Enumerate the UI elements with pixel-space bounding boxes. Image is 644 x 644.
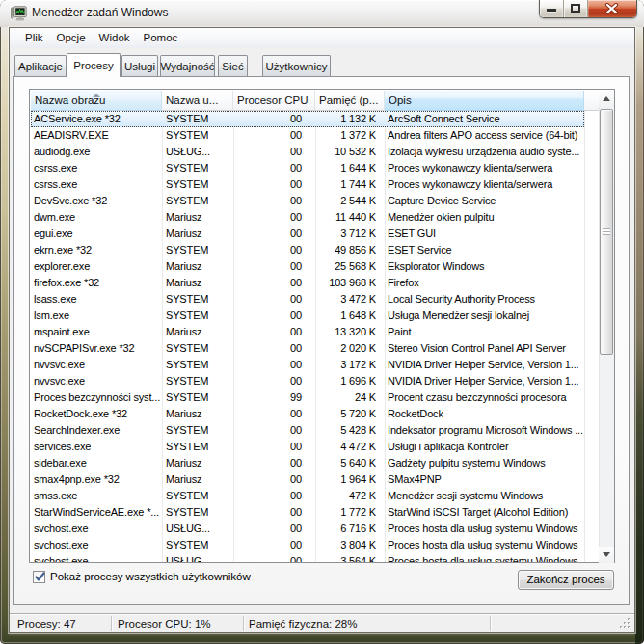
process-cell: 00 <box>233 324 315 340</box>
column-header[interactable]: Nazwa obrazu <box>31 91 162 111</box>
process-cell: 1 132 K <box>315 111 385 127</box>
menu-item-pomoc[interactable]: Pomoc <box>137 28 185 48</box>
column-header[interactable]: Pamięć (p... <box>315 91 385 111</box>
tab-użytkownicy[interactable]: Użytkownicy <box>262 55 331 76</box>
process-row[interactable]: firefox.exe *32Mariusz00103 968 KFirefox <box>31 275 584 291</box>
process-cell: StarWindServiceAE.exe *... <box>31 504 162 521</box>
statusbar-memory: Pamięć fizyczna: 28% <box>249 614 358 633</box>
process-row[interactable]: services.exeSYSTEM004 472 KUsługi i apli… <box>31 439 584 455</box>
process-cell: 3 712 K <box>315 226 385 242</box>
menu-item-opcje[interactable]: Opcje <box>50 28 93 48</box>
process-cell: Eksplorator Windows <box>385 258 584 275</box>
process-row[interactable]: nvvsvc.exeSYSTEM003 172 KNVIDIA Driver H… <box>31 357 584 373</box>
maximize-button[interactable] <box>564 0 588 17</box>
process-cell: 00 <box>233 521 315 537</box>
process-row[interactable]: RocketDock.exe *32Mariusz005 720 KRocket… <box>31 406 584 422</box>
process-row[interactable]: StarWindServiceAE.exe *...SYSTEM001 772 … <box>31 504 584 521</box>
process-row[interactable]: nvvsvc.exeSYSTEM001 696 KNVIDIA Driver H… <box>31 373 584 389</box>
process-cell: Stereo Vision Control Panel API Server <box>385 340 584 357</box>
scroll-up-icon <box>603 96 610 101</box>
process-row[interactable]: lsm.exeSYSTEM001 648 KUsługa Menedżer se… <box>31 308 584 324</box>
process-cell: 00 <box>233 308 315 324</box>
resize-grip-icon[interactable] <box>619 617 631 630</box>
process-cell: nvvsvc.exe <box>31 373 162 389</box>
column-header[interactable]: Procesor CPU <box>233 91 315 111</box>
process-cell: csrss.exe <box>31 176 162 193</box>
process-row[interactable]: DevSvc.exe *32SYSTEM002 544 KCapture Dev… <box>31 193 584 209</box>
process-row[interactable]: audiodg.exeUSŁUG...0010 532 KIzolacja wy… <box>31 144 584 160</box>
process-row[interactable]: ekrn.exe *32SYSTEM0049 856 KESET Service <box>31 242 584 258</box>
process-cell: 00 <box>233 176 315 193</box>
process-cell: 3 472 K <box>315 291 385 308</box>
process-cell: 00 <box>233 340 315 357</box>
process-row[interactable]: svchost.exeUSŁUG...006 716 KProces hosta… <box>31 521 584 537</box>
process-cell: Andrea filters APO access service (64-bi… <box>385 127 584 144</box>
process-cell: sidebar.exe <box>31 455 162 471</box>
show-all-users-checkbox[interactable] <box>33 571 45 583</box>
process-cell: 00 <box>233 258 315 275</box>
tab-procesy[interactable]: Procesy <box>67 53 121 77</box>
process-cell: Firefox <box>385 275 584 291</box>
column-header[interactable]: Nazwa u... <box>162 91 233 111</box>
process-cell: 25 568 K <box>315 258 385 275</box>
scroll-down-icon <box>603 552 610 557</box>
vertical-scrollbar[interactable] <box>599 91 614 563</box>
process-row[interactable]: svchost.exeSYSTEM003 804 KProces hosta d… <box>31 537 584 553</box>
process-row[interactable]: mspaint.exeMariusz0013 320 KPaint <box>31 324 584 340</box>
process-cell: 49 856 K <box>315 242 385 258</box>
scrollbar-thumb[interactable] <box>600 109 613 355</box>
process-row[interactable]: AEADISRV.EXESYSTEM001 372 KAndrea filter… <box>31 127 584 144</box>
sort-ascending-icon <box>93 94 100 97</box>
process-cell: 3 804 K <box>315 537 385 553</box>
tab-wydajność[interactable]: Wydajność <box>160 55 215 76</box>
process-row[interactable]: nvSCPAPISvr.exe *32SYSTEM002 020 KStereo… <box>31 340 584 357</box>
scroll-down-button[interactable] <box>599 547 614 563</box>
menu-item-widok[interactable]: Widok <box>93 28 137 48</box>
close-button[interactable] <box>588 0 636 17</box>
process-cell: 00 <box>233 291 315 308</box>
end-process-button[interactable]: Zakończ proces <box>518 570 614 590</box>
minimize-button[interactable] <box>540 0 564 17</box>
statusbar-separator <box>243 616 244 631</box>
process-cell: 3 564 K <box>315 553 385 562</box>
process-row[interactable]: csrss.exeSYSTEM001 744 KProces wykonawcz… <box>31 176 584 193</box>
process-cell: Proces hosta dla usług systemu Windows <box>385 521 584 537</box>
process-cell: Mariusz <box>162 226 233 242</box>
process-cell: 00 <box>233 439 315 455</box>
process-cell: 00 <box>233 373 315 389</box>
tab-usługi[interactable]: Usługi <box>121 55 158 76</box>
menu-item-plik[interactable]: Plik <box>18 28 50 48</box>
process-cell: SYSTEM <box>162 176 233 193</box>
column-header[interactable]: Opis <box>385 91 584 111</box>
process-row[interactable]: smss.exeSYSTEM00472 KMenedżer sesji syst… <box>31 488 584 504</box>
process-cell: NVIDIA Driver Helper Service, Version 1.… <box>385 373 584 389</box>
process-cell: audiodg.exe <box>31 144 162 160</box>
process-row[interactable]: csrss.exeSYSTEM001 644 KProces wykonawcz… <box>31 160 584 176</box>
process-cell: 00 <box>233 242 315 258</box>
process-row[interactable]: svchost.exeUSŁUG...003 564 KProces hosta… <box>31 553 584 562</box>
process-cell: SYSTEM <box>162 340 233 357</box>
list-body: ACService.exe *32SYSTEM001 132 KArcSoft … <box>31 111 600 562</box>
process-cell: 00 <box>233 226 315 242</box>
process-row[interactable]: sidebar.exeMariusz005 640 KGadżety pulpi… <box>31 455 584 471</box>
process-cell: DevSvc.exe *32 <box>31 193 162 209</box>
window-title: Menedżer zadań Windows <box>32 0 168 26</box>
process-cell: 00 <box>233 160 315 176</box>
tab-aplikacje[interactable]: Aplikacje <box>14 55 67 76</box>
scroll-up-button[interactable] <box>599 91 614 107</box>
process-cell: 00 <box>233 488 315 504</box>
process-row[interactable]: SearchIndexer.exeSYSTEM005 428 KIndeksat… <box>31 422 584 439</box>
tab-sieć[interactable]: Sieć <box>218 55 248 76</box>
process-row[interactable]: smax4pnp.exe *32Mariusz001 964 KSMax4PNP <box>31 471 584 488</box>
process-row[interactable]: egui.exeMariusz003 712 KESET GUI <box>31 226 584 242</box>
process-row[interactable]: lsass.exeSYSTEM003 472 KLocal Security A… <box>31 291 584 308</box>
process-row[interactable]: ACService.exe *32SYSTEM001 132 KArcSoft … <box>31 111 584 127</box>
show-all-users-label: Pokaż procesy wszystkich użytkowników <box>50 570 251 584</box>
process-cell: 00 <box>233 406 315 422</box>
process-cell: 00 <box>233 111 315 127</box>
process-cell: Proces hosta dla usług systemu Windows <box>385 553 584 562</box>
process-cell: SYSTEM <box>162 488 233 504</box>
process-row[interactable]: Proces bezczynności syst...SYSTEM9924 KP… <box>31 389 584 406</box>
process-row[interactable]: explorer.exeMariusz0025 568 KEksplorator… <box>31 258 584 275</box>
process-row[interactable]: dwm.exeMariusz0011 440 KMenedżer okien p… <box>31 209 584 226</box>
